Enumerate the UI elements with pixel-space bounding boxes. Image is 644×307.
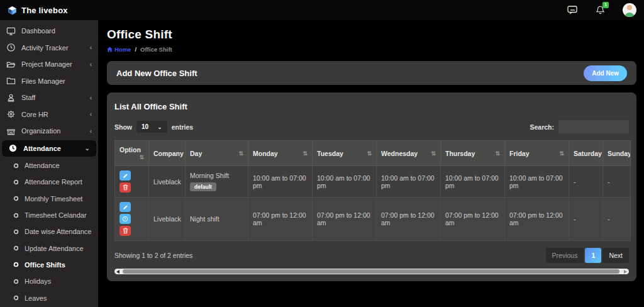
column-header-wednesday[interactable]: Wednesday⇅	[377, 141, 441, 166]
breadcrumb-current: Office Shift	[140, 46, 172, 53]
notifications-bell-icon[interactable]: 1	[596, 5, 605, 15]
table-row: Liveblack Night shift 07:00 pm to 12:00 …	[115, 198, 631, 241]
sidebar-item-activity-tracker[interactable]: Activity Tracker ‹	[0, 40, 98, 57]
scrollbar-thumb[interactable]	[123, 269, 619, 274]
chevron-left-icon: ‹	[90, 61, 92, 68]
column-header-tuesday[interactable]: Tuesday⇅	[313, 141, 377, 166]
trash-icon	[123, 184, 128, 191]
friday-cell: 07:00 pm to 12:00 am	[505, 198, 569, 241]
previous-page-button[interactable]: Previous	[546, 248, 584, 263]
sidebar-item-attendance[interactable]: Attendance ⌄	[2, 140, 96, 157]
entries-select[interactable]: 10 ⌄	[136, 121, 167, 133]
sidebar-subitem-label: Holidays	[25, 277, 51, 285]
sidebar-item-label: Staff	[21, 94, 35, 101]
sidebar-subitem-label: Attendance Report	[25, 178, 82, 186]
table-header-row: Option⇅ Company Day⇅ Monday⇅ Tuesday⇅ We…	[115, 141, 631, 166]
sidebar-subitem-timesheet-celandar[interactable]: Timesheet Celandar	[0, 207, 98, 223]
scroll-left-arrow-icon[interactable]	[116, 270, 119, 274]
sunday-cell: -	[603, 166, 631, 198]
clock-icon	[6, 43, 16, 52]
sort-icon[interactable]: ⇅	[559, 150, 564, 157]
tuesday-cell: 07:00 pm to 12:00 am	[313, 198, 377, 241]
topbar: The livebox 1	[0, 0, 644, 20]
column-header-thursday[interactable]: Thursday⇅	[441, 141, 505, 166]
breadcrumb-home-link[interactable]: Home	[107, 46, 131, 53]
edit-button[interactable]	[119, 202, 131, 212]
clock-icon	[8, 143, 18, 153]
sidebar-item-label: Project Manager	[21, 60, 72, 68]
user-icon	[6, 93, 16, 103]
company-cell: Liveblack	[149, 166, 186, 198]
circle-bullet-icon	[13, 262, 19, 267]
sort-icon[interactable]: ⇅	[303, 150, 308, 157]
friday-cell: 10:00 am to 07:00 pm	[505, 166, 569, 198]
sidebar-item-staff[interactable]: Staff ‹	[0, 89, 98, 106]
sidebar-item-label: Dashboard	[21, 27, 55, 35]
column-header-option[interactable]: Option⇅	[115, 141, 149, 166]
monday-cell: 10:00 am to 07:00 pm	[248, 166, 313, 198]
horizontal-scrollbar[interactable]	[114, 269, 629, 274]
delete-button[interactable]	[119, 182, 131, 193]
sidebar-subitem-update-attendance[interactable]: Update Attendance	[0, 240, 98, 256]
home-icon	[107, 47, 113, 52]
sort-icon[interactable]: ⇅	[139, 154, 144, 160]
set-default-button[interactable]	[119, 214, 131, 224]
page-title: Office Shift	[107, 28, 636, 42]
sidebar-item-dashboard[interactable]: Dashboard	[0, 23, 98, 40]
sidebar-subitem-label: Update Attendance	[25, 245, 84, 252]
list-panel-title: List All Office Shift	[114, 102, 187, 111]
column-header-saturday[interactable]: Saturday	[569, 141, 603, 166]
column-header-sunday[interactable]: Sunday	[603, 141, 631, 166]
sort-icon[interactable]: ⇅	[495, 150, 500, 157]
sidebar-item-organization[interactable]: Organization ‹	[0, 123, 98, 140]
add-new-button[interactable]: Add New	[584, 65, 627, 81]
sidebar-subitem-label: Office Shifts	[25, 261, 65, 269]
sidebar-item-core-hr[interactable]: Core HR ‹	[0, 106, 98, 123]
sidebar-subitem-monthly-timesheet[interactable]: Monthly Timesheet	[0, 191, 98, 207]
table-footer: Showing 1 to 2 of 2 entries Previous 1 N…	[114, 248, 629, 263]
notification-badge: 1	[602, 2, 609, 8]
table-row: Liveblack Morning Shift default 10:00 am…	[115, 166, 631, 198]
delete-button[interactable]	[119, 226, 131, 236]
sidebar-subitem-attendance-report[interactable]: Attendance Report	[0, 174, 98, 190]
sidebar-subitem-leaves[interactable]: Leaves	[0, 289, 98, 306]
sidebar-item-label: Core HR	[21, 111, 48, 118]
trash-icon	[123, 228, 128, 234]
saturday-cell: -	[569, 198, 603, 241]
column-header-company[interactable]: Company	[149, 141, 186, 166]
sidebar-subitem-attendance[interactable]: Attendance	[0, 157, 98, 174]
day-name: Morning Shift	[190, 172, 243, 179]
monitor-icon	[6, 26, 16, 36]
next-page-button[interactable]: Next	[602, 248, 629, 263]
circle-bullet-icon	[13, 245, 19, 251]
sort-icon[interactable]: ⇅	[431, 150, 436, 157]
search-input[interactable]	[558, 120, 629, 133]
sort-icon[interactable]: ⇅	[367, 150, 372, 157]
sidebar-subitem-date-wise-attendance[interactable]: Date wise Attendance	[0, 223, 98, 240]
edit-button[interactable]	[119, 170, 131, 181]
circle-bullet-icon	[13, 279, 19, 284]
chevron-down-icon: ⌄	[157, 124, 162, 130]
option-cell	[115, 166, 149, 198]
folder-open-icon	[6, 60, 16, 69]
table-info: Showing 1 to 2 of 2 entries	[114, 252, 192, 259]
user-avatar[interactable]	[623, 3, 636, 17]
brand-name: The livebox	[21, 6, 68, 15]
messages-icon[interactable]	[567, 6, 578, 15]
sort-icon[interactable]: ⇅	[238, 150, 243, 157]
column-header-friday[interactable]: Friday⇅	[505, 141, 569, 166]
table-controls: Show 10 ⌄ entries Search:	[114, 120, 629, 133]
sidebar-subitem-holidays[interactable]: Holidays	[0, 273, 98, 289]
sidebar-subitem-office-shifts[interactable]: Office Shifts	[0, 257, 98, 273]
add-panel-title: Add New Office Shift	[116, 69, 197, 78]
brand[interactable]: The livebox	[8, 6, 68, 15]
entries-select-value: 10	[142, 123, 148, 130]
breadcrumb: Home / Office Shift	[107, 46, 636, 53]
scroll-right-arrow-icon[interactable]	[624, 270, 627, 274]
column-header-monday[interactable]: Monday⇅	[248, 141, 313, 166]
current-page-button[interactable]: 1	[585, 248, 601, 263]
sidebar-item-project-manager[interactable]: Project Manager ‹	[0, 56, 98, 73]
sidebar-item-label: Organization	[21, 127, 60, 135]
column-header-day[interactable]: Day⇅	[186, 141, 248, 166]
sidebar-item-files-manager[interactable]: Files Manager	[0, 73, 98, 90]
